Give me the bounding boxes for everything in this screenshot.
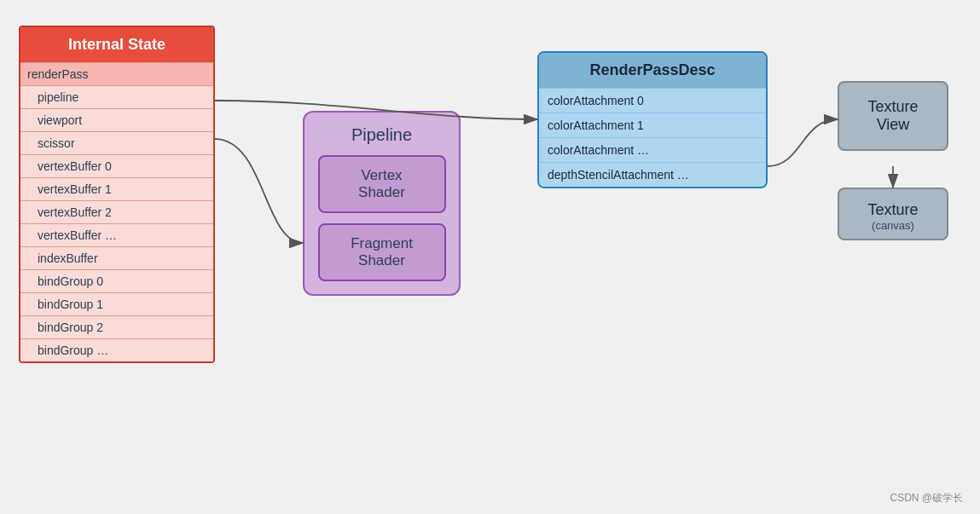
internal-state-box: Internal State renderPass pipeline viewp… xyxy=(19,26,215,363)
internal-state-header: Internal State xyxy=(20,27,213,62)
vertex-shader-box: VertexShader xyxy=(318,155,446,213)
texture-sublabel: (canvas) xyxy=(848,219,938,232)
row-bind-group-n: bindGroup … xyxy=(20,338,213,361)
row-pipeline: pipeline xyxy=(20,85,213,108)
arrow-rpd-to-texture-view xyxy=(768,119,838,166)
fragment-shader-box: FragmentShader xyxy=(318,223,446,281)
row-scissor: scissor xyxy=(20,131,213,154)
pipeline-title: Pipeline xyxy=(351,125,412,145)
texture-view-box: TextureView xyxy=(838,81,948,151)
row-vertex-buffer-0: vertexBuffer 0 xyxy=(20,154,213,177)
row-color-attach-0: colorAttachment 0 xyxy=(539,88,766,113)
row-vertex-buffer-n: vertexBuffer … xyxy=(20,223,213,246)
texture-label: Texture xyxy=(848,201,938,219)
row-depth-stencil: depthStencilAttachment … xyxy=(539,162,766,187)
arrow-pipeline-to-pipeline-box xyxy=(215,139,303,243)
row-color-attach-n: colorAttachment … xyxy=(539,137,766,162)
row-color-attach-1: colorAttachment 1 xyxy=(539,113,766,137)
row-render-pass: renderPass xyxy=(20,62,213,85)
row-vertex-buffer-2: vertexBuffer 2 xyxy=(20,200,213,223)
row-bind-group-2: bindGroup 2 xyxy=(20,315,213,338)
texture-box: Texture (canvas) xyxy=(838,188,948,240)
render-pass-desc-header: RenderPassDesc xyxy=(539,53,766,88)
row-bind-group-1: bindGroup 1 xyxy=(20,292,213,315)
row-bind-group-0: bindGroup 0 xyxy=(20,269,213,292)
row-index-buffer: indexBuffer xyxy=(20,246,213,269)
pipeline-box: Pipeline VertexShader FragmentShader xyxy=(303,111,461,296)
row-vertex-buffer-1: vertexBuffer 1 xyxy=(20,177,213,200)
row-viewport: viewport xyxy=(20,108,213,131)
diagram-container: Internal State renderPass pipeline viewp… xyxy=(0,0,980,514)
watermark: CSDN @破学长 xyxy=(890,491,963,505)
render-pass-desc-box: RenderPassDesc colorAttachment 0 colorAt… xyxy=(537,51,768,188)
